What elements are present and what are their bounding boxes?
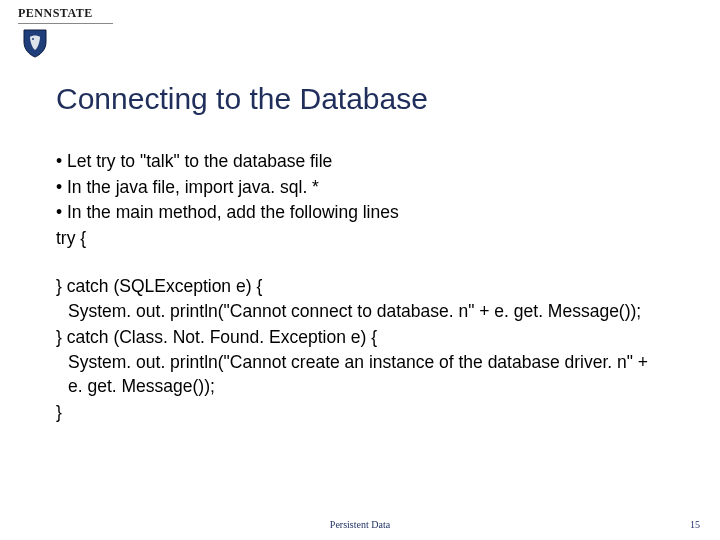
logo-divider — [18, 23, 113, 24]
bullet-line: • In the main method, add the following … — [56, 201, 664, 225]
footer-title: Persistent Data — [0, 519, 720, 530]
slide-title: Connecting to the Database — [56, 82, 428, 116]
shield-icon — [22, 28, 48, 58]
university-logo: PENNSTATE — [18, 6, 113, 58]
svg-point-0 — [32, 38, 34, 40]
code-line: System. out. println("Cannot create an i… — [56, 351, 664, 398]
code-line: } — [56, 401, 664, 425]
code-line: } catch (SQLException e) { — [56, 275, 664, 299]
code-line: System. out. println("Cannot connect to … — [56, 300, 664, 324]
page-number: 15 — [690, 519, 700, 530]
bullet-line: • Let try to "talk" to the database file — [56, 150, 664, 174]
slide-body: • Let try to "talk" to the database file… — [56, 150, 664, 426]
code-line: try { — [56, 227, 664, 251]
bullet-line: • In the java file, import java. sql. * — [56, 176, 664, 200]
code-line: } catch (Class. Not. Found. Exception e)… — [56, 326, 664, 350]
logo-text: PENNSTATE — [18, 6, 113, 21]
